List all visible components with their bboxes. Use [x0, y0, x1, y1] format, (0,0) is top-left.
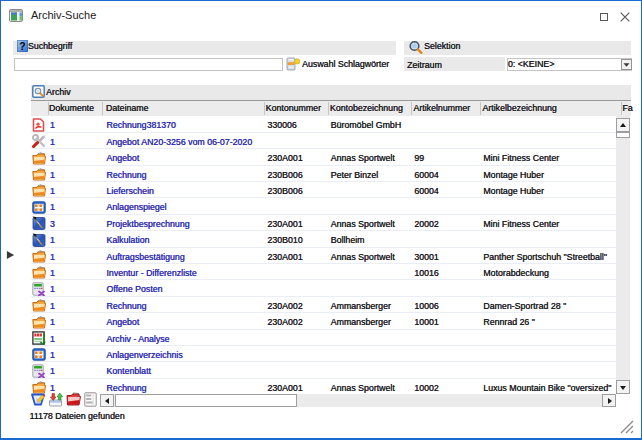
svg-text:?: ?: [19, 41, 25, 52]
